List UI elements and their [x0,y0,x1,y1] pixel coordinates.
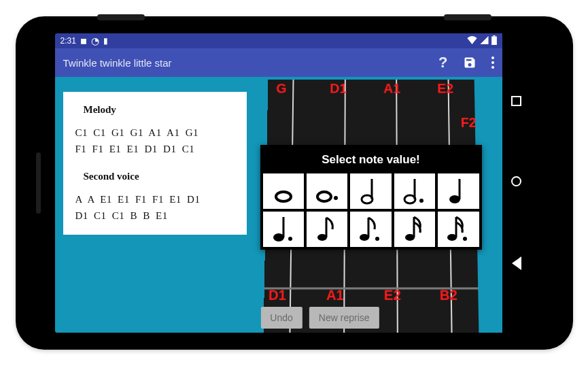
note-dotted-half[interactable] [394,173,435,209]
svg-point-2 [276,192,291,201]
note-value-grid [260,173,482,250]
back-icon[interactable] [512,256,521,270]
second-voice-line-1: A A E1 E1 F1 F1 E1 D1 [75,191,236,207]
melody-card: Melody C1 C1 G1 G1 A1 A1 G1 F1 F1 E1 E1 … [63,92,247,235]
save-icon[interactable] [463,56,477,69]
screen-content: 2:31 ◼ ◔ ▮ [55,33,502,333]
device-frame: 2:31 ◼ ◔ ▮ [16,16,573,350]
undo-button[interactable]: Undo [260,307,302,329]
status-bar: 2:31 ◼ ◔ ▮ [55,33,502,48]
dialog-title: Select note value! [260,145,482,173]
home-icon[interactable] [511,176,521,186]
screen: 2:31 ◼ ◔ ▮ [55,33,531,333]
recent-apps-icon[interactable] [511,96,521,106]
android-nav-bar [502,33,531,333]
app-body: Melody C1 C1 G1 G1 A1 A1 G1 F1 F1 E1 E1 … [55,77,502,333]
fret-label-g: G [276,81,287,96]
fret-label-b-a1: A1 [326,288,343,304]
overflow-menu-icon[interactable] [491,56,494,69]
melody-heading: Melody [84,101,236,118]
note-sixteenth[interactable] [394,212,435,247]
status-right [467,35,497,47]
speaker-grille [36,152,41,214]
notification-icon: ◼ [80,36,87,46]
note-half[interactable] [350,173,391,209]
fret-label-b-d1: D1 [268,288,286,304]
fret-label-a1: A1 [383,81,400,96]
note-whole[interactable] [263,173,304,209]
app-bar-actions: ? [438,54,494,71]
second-voice-line-2: D1 C1 C1 B B E1 [75,207,236,224]
new-reprise-button[interactable]: New reprise [309,307,379,329]
note-value-dialog: Select note value! [260,145,482,250]
fret-label-b-b2: B2 [439,288,457,304]
battery-icon [491,35,497,47]
status-clock: 2:31 [60,36,76,46]
svg-point-9 [419,199,423,203]
status-left: 2:31 ◼ ◔ ▮ [60,35,108,46]
app-title: Twinkle twinkle little star [63,57,172,69]
app-notification-icon: ◔ [91,35,99,46]
melody-line-2: F1 F1 E1 E1 D1 D1 C1 [75,141,236,157]
help-icon[interactable]: ? [438,54,447,71]
fret-label-e2: E2 [437,81,453,96]
bottom-buttons: Undo New reprise [260,307,379,329]
svg-rect-1 [491,36,497,44]
note-dotted-whole[interactable] [307,173,347,209]
second-voice-heading: Second voice [84,168,236,184]
note-dotted-sixteenth[interactable] [438,212,479,247]
svg-point-14 [288,237,292,241]
svg-point-24 [463,237,467,241]
cell-signal-icon [480,36,489,46]
svg-point-4 [334,196,338,200]
app-bar: Twinkle twinkle little star ? [55,48,502,77]
svg-rect-0 [493,35,495,37]
note-dotted-quarter[interactable] [263,212,304,247]
note-dotted-eighth[interactable] [350,212,391,247]
fret-label-f2: F2 [460,115,476,130]
battery-saver-icon: ▮ [103,36,108,46]
wifi-icon [467,36,477,46]
fret-label-d1: D1 [330,81,347,96]
svg-point-3 [317,192,331,201]
note-quarter[interactable] [438,173,479,209]
fret-label-b-e2: E2 [383,288,400,304]
svg-point-19 [375,237,379,241]
melody-line-1: C1 C1 G1 G1 A1 A1 G1 [75,124,236,141]
note-eighth[interactable] [307,212,347,247]
